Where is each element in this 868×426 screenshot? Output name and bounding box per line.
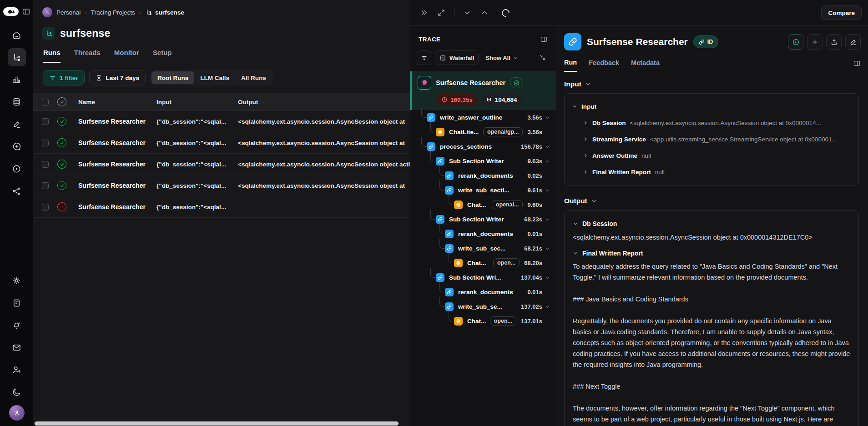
column-input[interactable]: Input xyxy=(156,99,238,105)
table-row[interactable]: Surfsense Researcher {"db_session":"<sql… xyxy=(33,175,410,196)
input-field-row[interactable]: Streaming Service <app.utils.streaming_s… xyxy=(572,131,851,147)
trace-span-row[interactable]: write_sub_se...137.02s xyxy=(410,299,556,314)
annotation-icon[interactable] xyxy=(8,115,26,133)
trace-filter-button[interactable] xyxy=(417,50,431,65)
compare-button[interactable]: Compare xyxy=(821,5,862,20)
deployments-icon[interactable] xyxy=(8,182,26,200)
datasets-icon[interactable] xyxy=(8,93,26,111)
expand-fullscreen-icon[interactable] xyxy=(434,5,449,20)
row-checkbox[interactable] xyxy=(42,204,49,210)
tab-runs[interactable]: Runs xyxy=(43,49,61,63)
table-row[interactable]: Surfsense Researcher {"db_session":"<sql… xyxy=(33,132,410,154)
input-field-row[interactable]: Db Session <sqlalchemy.ext.asyncio.sessi… xyxy=(572,115,851,131)
row-checkbox[interactable] xyxy=(42,140,49,146)
trace-span-row[interactable]: rerank_documents0.02s xyxy=(410,168,556,183)
mail-icon[interactable] xyxy=(8,338,26,356)
user-avatar[interactable] xyxy=(9,405,25,421)
chevron-down-icon xyxy=(513,55,519,61)
next-run-chevron-down-icon[interactable] xyxy=(460,5,474,20)
select-all-checkbox[interactable] xyxy=(42,99,49,105)
table-row[interactable]: Surfsense Researcher {"db_session":"<sql… xyxy=(33,154,410,175)
row-checkbox[interactable] xyxy=(42,118,49,125)
row-checkbox[interactable] xyxy=(42,161,49,168)
breadcrumb-project[interactable]: surfsense xyxy=(145,9,184,16)
horizontal-scrollbar[interactable] xyxy=(35,421,399,426)
prompts-icon[interactable] xyxy=(8,137,26,155)
table-row[interactable]: Surfsense Researcher {"db_session":"<sql… xyxy=(33,111,410,132)
show-all-dropdown[interactable]: Show All xyxy=(482,50,521,65)
theme-toggle-icon[interactable] xyxy=(8,383,26,401)
playground-icon[interactable] xyxy=(8,160,26,178)
input-field-row[interactable]: Final Written Report null xyxy=(572,164,851,180)
open-in-playground-button[interactable] xyxy=(788,34,803,50)
breadcrumb: Personal › Tracing Projects › surfsense xyxy=(33,0,410,17)
run-detail-content[interactable]: Input Input Db Session <sqlalchemy.ext.a… xyxy=(556,72,868,426)
langsmith-logo-icon[interactable] xyxy=(3,7,19,16)
org-avatar[interactable] xyxy=(42,7,52,17)
home-icon[interactable] xyxy=(8,26,26,44)
chain-icon xyxy=(445,230,454,238)
loading-spinner xyxy=(500,7,511,18)
annotate-button[interactable] xyxy=(845,34,861,50)
tab-feedback[interactable]: Feedback xyxy=(589,59,619,71)
tab-run[interactable]: Run xyxy=(564,59,577,72)
chain-icon xyxy=(445,244,454,253)
input-field-row[interactable]: Answer Outline null xyxy=(572,147,851,164)
trace-span-row[interactable]: rerank_documents0.01s xyxy=(410,285,556,299)
segment-llm-calls[interactable]: LLM Calls xyxy=(194,71,235,84)
trace-span-row[interactable]: rerank_documents0.01s xyxy=(410,226,556,241)
chevron-down-icon xyxy=(572,104,577,109)
docs-icon[interactable] xyxy=(8,294,26,312)
db-session-value: <sqlalchemy.ext.asyncio.session.AsyncSes… xyxy=(573,232,850,243)
trace-root-span[interactable]: Surfsense Researcher 160.35s 104,684 xyxy=(410,71,556,110)
chain-icon xyxy=(436,157,444,165)
filter-count-chip[interactable]: 1 filter xyxy=(43,70,85,85)
tab-monitor[interactable]: Monitor xyxy=(114,49,139,63)
trace-span-row[interactable]: Sub Section Writer9.63s xyxy=(410,154,556,168)
table-row[interactable]: Surfsense Researcher {"db_session":"<sql… xyxy=(33,196,410,218)
share-button[interactable] xyxy=(826,34,842,50)
hourglass-icon xyxy=(96,75,102,81)
chain-icon xyxy=(436,273,444,282)
add-to-dataset-button[interactable] xyxy=(807,34,823,50)
settings-icon[interactable] xyxy=(8,271,26,290)
dashboards-icon[interactable] xyxy=(8,70,26,89)
trace-span-row[interactable]: write_sub_secti...9.61s xyxy=(410,183,556,197)
segment-all-runs[interactable]: All Runs xyxy=(235,71,272,84)
side-panel-toggle-icon[interactable] xyxy=(853,60,861,71)
input-root-row[interactable]: Input xyxy=(572,98,851,115)
invite-user-icon[interactable] xyxy=(8,361,26,379)
row-checkbox[interactable] xyxy=(42,182,49,189)
prev-run-chevron-up-icon[interactable] xyxy=(477,5,492,20)
trace-span-row[interactable]: Sub Section Wri...137.04s xyxy=(410,270,556,285)
sidebar-collapse-icon[interactable] xyxy=(22,7,30,16)
input-section-header[interactable]: Input xyxy=(564,80,859,88)
output-section-header[interactable]: Output xyxy=(564,197,859,205)
collapse-panel-icon[interactable] xyxy=(417,5,431,20)
trace-span-row[interactable]: Sub Section Writer68.23s xyxy=(410,212,556,226)
segment-root-runs[interactable]: Root Runs xyxy=(151,71,194,84)
column-name[interactable]: Name xyxy=(78,99,156,105)
waterfall-button[interactable]: Waterfall xyxy=(435,50,479,65)
trace-panel-toggle-icon[interactable] xyxy=(538,33,550,45)
tab-metadata[interactable]: Metadata xyxy=(631,59,660,71)
trace-span-row[interactable]: write_sub_sec...68.21s xyxy=(410,241,556,256)
breadcrumb-section[interactable]: Tracing Projects xyxy=(91,9,135,16)
notifications-icon[interactable] xyxy=(8,316,26,334)
date-range-chip[interactable]: Last 7 days xyxy=(89,70,146,85)
run-id-badge[interactable]: ID xyxy=(693,35,719,48)
trace-span-row[interactable]: Chat...open...137.01s xyxy=(410,314,556,328)
tracing-projects-icon[interactable] xyxy=(8,48,26,66)
collapse-all-icon[interactable] xyxy=(536,50,550,65)
output-report-row[interactable]: Final Written Report xyxy=(573,246,850,261)
column-output[interactable]: Output xyxy=(238,99,410,105)
breadcrumb-org[interactable]: Personal xyxy=(56,9,81,16)
output-card: Db Session <sqlalchemy.ext.asyncio.sessi… xyxy=(564,210,859,426)
tab-setup[interactable]: Setup xyxy=(153,49,172,63)
trace-span-row[interactable]: ChatLite...openai/gp...3.56s xyxy=(410,125,556,139)
chevron-down-icon xyxy=(585,81,591,87)
output-db-session-row[interactable]: Db Session xyxy=(573,216,850,231)
status-column-icon[interactable] xyxy=(57,97,66,106)
tab-threads[interactable]: Threads xyxy=(74,49,101,63)
chevron-down-icon xyxy=(591,198,597,204)
